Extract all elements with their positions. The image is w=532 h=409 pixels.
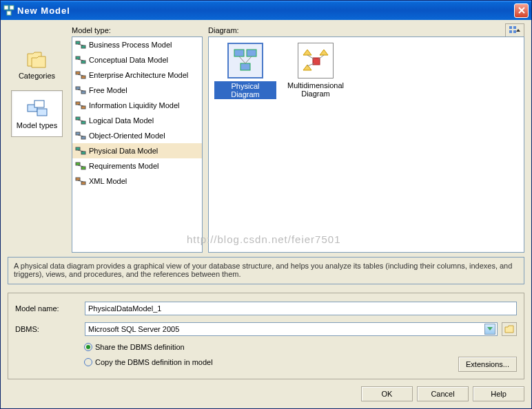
svg-rect-0 [4, 6, 8, 10]
svg-rect-27 [81, 136, 85, 139]
svg-rect-9 [81, 45, 85, 48]
svg-line-25 [78, 120, 83, 121]
svg-rect-21 [81, 106, 85, 109]
model-type-item[interactable]: Object-Oriented Model [72, 128, 202, 143]
svg-line-19 [78, 90, 83, 91]
model-icon [75, 100, 86, 111]
diagram-item[interactable]: Physical Diagram [214, 43, 276, 99]
categories-label: Categories [19, 72, 55, 80]
dbms-value: Microsoft SQL Server 2005 [88, 325, 179, 333]
model-type-item[interactable]: Requirements Model [72, 158, 202, 174]
svg-line-34 [78, 165, 83, 167]
model-type-item[interactable]: Business Process Model [72, 37, 202, 52]
diagram-panel: Diagram: Physical DiagramMultidimensiona… [208, 24, 524, 253]
model-type-item[interactable]: Enterprise Architecture Model [72, 67, 202, 83]
svg-rect-1 [10, 6, 14, 10]
model-icon [75, 85, 86, 96]
extensions-button[interactable]: Extensions... [458, 357, 517, 372]
help-button[interactable]: Help [473, 386, 524, 401]
svg-rect-18 [81, 91, 85, 94]
model-type-list[interactable]: Business Process ModelConceptual Data Mo… [72, 36, 203, 253]
svg-rect-17 [76, 87, 80, 90]
model-type-item[interactable]: XML Model [72, 174, 202, 189]
model-type-item[interactable]: Free Model [72, 83, 202, 98]
app-icon [3, 5, 14, 16]
view-mode-button[interactable] [505, 23, 524, 37]
window-title: New Model [17, 6, 514, 16]
dbms-dropdown[interactable]: Microsoft SQL Server 2005 [85, 322, 498, 336]
svg-rect-38 [509, 26, 512, 29]
svg-line-37 [78, 180, 83, 182]
svg-rect-42 [234, 50, 244, 56]
folder-icon [26, 48, 48, 70]
model-type-label: Business Process Model [89, 41, 172, 49]
browse-dbms-button[interactable] [502, 322, 517, 336]
svg-line-51 [307, 55, 314, 59]
ok-button[interactable]: OK [361, 386, 413, 401]
svg-rect-43 [247, 50, 256, 56]
dropdown-arrow-button[interactable] [484, 324, 495, 335]
diagram-heading: Diagram: [208, 26, 239, 34]
folder-icon [504, 325, 514, 333]
model-type-label: Requirements Model [89, 162, 159, 170]
close-button[interactable] [514, 3, 529, 18]
model-icon [75, 70, 86, 81]
svg-rect-35 [76, 178, 80, 180]
radio-icon [84, 343, 92, 351]
svg-line-13 [78, 59, 83, 61]
chevron-down-icon [487, 327, 493, 331]
dialog-buttons: OK Cancel Help [8, 386, 524, 401]
model-type-label: Enterprise Architecture Model [89, 71, 188, 79]
model-icon [75, 176, 86, 187]
svg-marker-47 [303, 50, 311, 55]
share-dbms-label: Share the DBMS definition [95, 343, 185, 351]
model-type-label: Free Model [89, 86, 127, 94]
model-types-button[interactable]: Model types [11, 90, 63, 137]
categories-button[interactable]: Categories [11, 41, 63, 87]
category-sidebar: Categories Model types [8, 24, 66, 253]
svg-rect-39 [513, 26, 516, 29]
cancel-button[interactable]: Cancel [417, 386, 469, 401]
close-icon [518, 7, 525, 14]
svg-rect-36 [81, 182, 85, 185]
svg-line-45 [239, 56, 245, 63]
svg-rect-15 [81, 76, 85, 78]
multidimensional-diagram-icon [302, 47, 329, 74]
svg-rect-12 [81, 61, 85, 63]
svg-rect-20 [76, 102, 80, 105]
description-box: A physical data diagram provides a graph… [8, 257, 524, 284]
svg-rect-2 [7, 11, 11, 15]
svg-rect-24 [81, 121, 85, 124]
svg-line-46 [245, 56, 252, 63]
model-name-input[interactable] [85, 302, 517, 315]
svg-marker-48 [320, 50, 328, 55]
model-type-item[interactable]: Logical Data Model [72, 113, 202, 128]
svg-rect-30 [81, 151, 85, 154]
svg-line-52 [318, 55, 324, 59]
svg-line-22 [78, 105, 83, 106]
diagram-icon-box [227, 43, 263, 78]
model-type-label: Physical Data Model [89, 147, 158, 155]
model-name-label: Model name: [15, 304, 81, 313]
model-icon [75, 54, 86, 65]
diagram-label: Multidimensional Diagram [285, 81, 347, 98]
model-types-label: Model types [17, 121, 57, 129]
model-type-label: XML Model [89, 177, 127, 185]
model-icon [75, 130, 86, 141]
model-type-item[interactable]: Information Liquidity Model [72, 98, 202, 113]
titlebar: New Model [1, 1, 531, 20]
model-type-item[interactable]: Conceptual Data Model [72, 52, 202, 67]
diagram-list[interactable]: Physical DiagramMultidimensional Diagram [208, 36, 524, 253]
svg-line-10 [78, 44, 83, 45]
diagram-item[interactable]: Multidimensional Diagram [285, 43, 347, 99]
svg-rect-7 [34, 101, 44, 107]
model-type-panel: Model type: Business Process ModelConcep… [72, 24, 203, 253]
svg-rect-26 [76, 132, 80, 135]
share-dbms-radio[interactable]: Share the DBMS definition [84, 343, 517, 351]
svg-rect-41 [513, 30, 516, 33]
svg-rect-14 [76, 72, 80, 74]
model-type-item[interactable]: Physical Data Model [72, 143, 202, 158]
dialog-content: Categories Model types Model type: Busin… [1, 20, 531, 408]
svg-rect-32 [76, 162, 80, 165]
grid-view-icon [509, 26, 520, 34]
